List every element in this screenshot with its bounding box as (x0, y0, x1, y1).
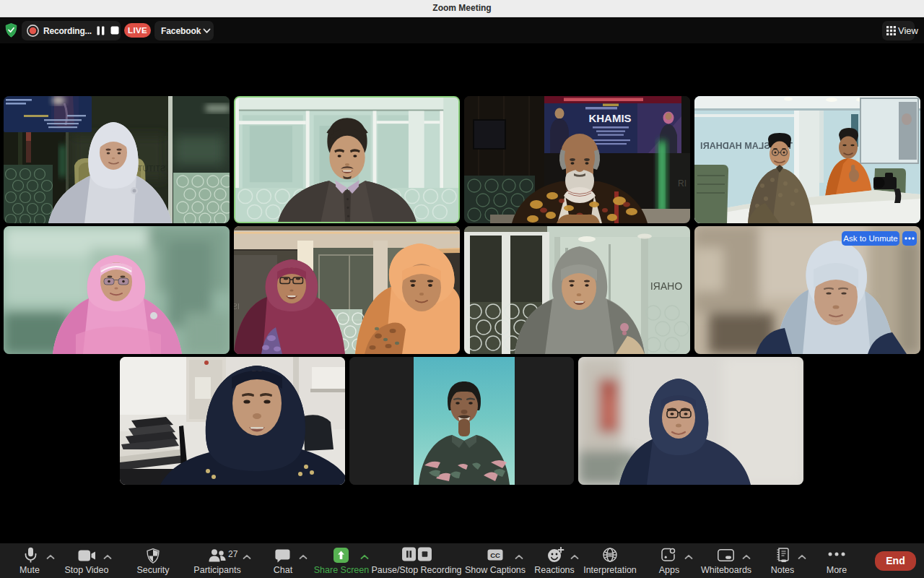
svg-text:RI: RI (678, 178, 687, 189)
svg-text:ISLA: ISLA (234, 302, 240, 311)
svg-text:STITUT: STITUT (137, 164, 165, 173)
svg-text:OHARI: OHARI (650, 280, 682, 292)
svg-text:CC: CC (490, 551, 500, 559)
svg-text:KHAMIS: KHAMIS (588, 112, 631, 124)
